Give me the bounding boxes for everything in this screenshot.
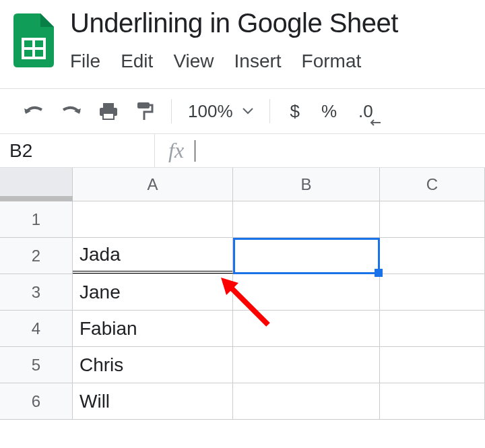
percent-button[interactable]: % [312, 101, 346, 122]
row-6: 6 Will [0, 383, 485, 420]
row-5: 5 Chris [0, 347, 485, 383]
menu-bar: File Edit View Insert Format [70, 51, 485, 72]
print-button[interactable] [92, 96, 125, 126]
cell-c1[interactable] [380, 201, 485, 237]
row-1: 1 [0, 201, 485, 238]
column-headers: A B C [0, 168, 485, 201]
row-header-5[interactable]: 5 [0, 347, 73, 383]
cell-a3[interactable]: Jane [73, 274, 233, 310]
row-header-2[interactable]: 2 [0, 238, 73, 274]
svg-rect-3 [103, 103, 114, 108]
document-title[interactable]: Underlining in Google Sheet [70, 8, 485, 38]
cell-b3[interactable] [233, 274, 380, 310]
name-box[interactable]: B2 [0, 134, 155, 167]
toolbar: 100% $ % .0 [0, 88, 485, 134]
row-4: 4 Fabian [0, 311, 485, 347]
cell-a2[interactable]: Jada [73, 238, 233, 274]
menu-file[interactable]: File [70, 51, 100, 72]
row-header-1[interactable]: 1 [0, 201, 73, 237]
cell-a1[interactable] [73, 201, 233, 237]
row-header-6[interactable]: 6 [0, 383, 73, 419]
toolbar-separator [171, 99, 172, 123]
row-2: 2 Jada [0, 238, 485, 274]
row-header-4[interactable]: 4 [0, 311, 73, 346]
cell-c4[interactable] [380, 311, 485, 346]
cell-a4[interactable]: Fabian [73, 311, 233, 346]
cell-b2[interactable] [233, 238, 380, 274]
paint-format-button[interactable] [128, 96, 160, 127]
column-header-b[interactable]: B [233, 168, 380, 201]
menu-format[interactable]: Format [302, 51, 362, 72]
cell-b1[interactable] [233, 201, 380, 237]
formula-cursor [195, 140, 195, 162]
select-all-corner[interactable] [0, 168, 73, 201]
menu-edit[interactable]: Edit [121, 51, 153, 72]
cell-b6[interactable] [233, 383, 380, 419]
cell-c2[interactable] [380, 238, 485, 274]
spreadsheet-grid: A B C 1 2 Jada 3 Jane 4 Fabian 5 Chris 6… [0, 168, 485, 420]
cell-c3[interactable] [380, 274, 485, 310]
undo-button[interactable] [16, 98, 51, 125]
cell-b4[interactable] [233, 311, 380, 346]
cell-c6[interactable] [380, 383, 485, 419]
column-header-c[interactable]: C [380, 168, 485, 201]
cell-a6[interactable]: Will [73, 383, 233, 419]
zoom-value: 100% [188, 101, 233, 122]
row-header-3[interactable]: 3 [0, 274, 73, 310]
cell-c5[interactable] [380, 347, 485, 383]
svg-rect-5 [103, 113, 114, 119]
name-formula-bar: B2 fx [0, 134, 485, 168]
menu-insert[interactable]: Insert [234, 51, 282, 72]
menu-view[interactable]: View [173, 51, 214, 72]
svg-rect-6 [137, 102, 150, 108]
column-header-a[interactable]: A [73, 168, 233, 201]
decrease-decimal-button[interactable]: .0 [349, 101, 383, 122]
row-3: 3 Jane [0, 274, 485, 311]
currency-button[interactable]: $ [281, 101, 309, 122]
app-header: Underlining in Google Sheet File Edit Vi… [0, 0, 485, 72]
toolbar-separator [269, 99, 270, 123]
cell-a5[interactable]: Chris [73, 347, 233, 383]
zoom-dropdown[interactable]: 100% [183, 101, 259, 122]
redo-button[interactable] [54, 98, 89, 125]
formula-bar[interactable]: fx [155, 138, 209, 163]
fx-label: fx [168, 138, 184, 163]
chevron-down-icon [243, 108, 253, 115]
cell-b5[interactable] [233, 347, 380, 383]
sheets-logo [13, 13, 54, 70]
